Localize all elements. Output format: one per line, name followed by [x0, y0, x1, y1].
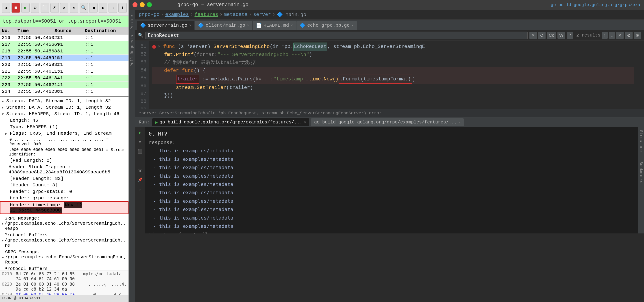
breadcrumb-features[interactable]: features	[194, 12, 218, 17]
detail-row[interactable]: Stream: DATA, Stream ID: 1, Length 32	[0, 104, 128, 111]
run-scroll-btn[interactable]: ⋮⋮	[136, 157, 144, 164]
detail-row[interactable]: [Pad Length: 0]	[0, 157, 128, 164]
run-stop-btn[interactable]: ⬛	[136, 148, 144, 155]
packet-row[interactable]: 219 22:55:50.445915 ::1 ::1	[0, 55, 128, 61]
grpc-msg-1-text: GRPC Message: /grpc.examples.echo.Echo/S…	[4, 216, 128, 231]
run-settings-btn[interactable]: ⚙	[136, 138, 144, 146]
search-input[interactable]	[148, 33, 525, 38]
packet-row[interactable]: 218 22:55:50.445683 ::1 ::1	[0, 48, 128, 55]
tab-readme[interactable]: 📄 README.md ✕	[253, 21, 296, 30]
tab-echo-pb[interactable]: 🔷 echo_grpc.pb.go ✕	[296, 21, 357, 30]
detail-row[interactable]: Stream: DATA, Stream ID: 1, Length 32	[0, 98, 128, 104]
packet-row[interactable]: 224 22:55:50.446238 ::1 ::1	[0, 88, 128, 95]
pull-requests-sidebar-label[interactable]: Pull Requests	[130, 32, 134, 69]
detail-row[interactable]: Stream: HEADERS, Stream ID: 1, Length 46	[0, 111, 128, 117]
tab-label-echo-pb: echo_grpc.pb.go	[307, 23, 350, 28]
run-tab-2[interactable]: go build google.golang.org/grpc/examples…	[311, 118, 464, 126]
ws-copy-btn[interactable]: ⎘	[50, 3, 59, 13]
run-jump-btn[interactable]: ↗	[136, 186, 144, 193]
tab-close-4[interactable]: ✕	[351, 23, 354, 27]
structure-label[interactable]: Structure	[639, 127, 643, 154]
breadcrumb-main-go[interactable]: 🔷 main.go	[277, 12, 306, 18]
run-pin-btn[interactable]: 📌	[136, 176, 144, 183]
detail-row[interactable]: [Header Length: 82]	[0, 175, 128, 182]
run-tab-1[interactable]: ▶ go build google.golang.org/grpc/exampl…	[152, 118, 309, 126]
ws-back-btn[interactable]: ◀	[2, 3, 10, 13]
ws-next-btn[interactable]: ▶	[99, 3, 107, 13]
search-replace-btn[interactable]: ↺	[538, 32, 546, 39]
detail-row[interactable]: 0... .... .... .... .... .... .... .... …	[0, 137, 128, 147]
ws-start-btn[interactable]: ▶	[21, 3, 30, 13]
ws-stop-btn[interactable]: ■	[12, 3, 20, 13]
ws-reload-btn[interactable]: ↻	[70, 3, 78, 13]
hex-dump: 0210 6d 70 6c 65 73 2f 6d 65 74 61 64 61…	[0, 270, 128, 295]
search-layout[interactable]: ⊞	[634, 32, 641, 39]
ws-settings-btn[interactable]: ⚙	[31, 3, 39, 13]
error-bar: *server.ServerStreamingEcho(in *pb.EchoR…	[135, 109, 644, 117]
search-options[interactable]: ⚙	[625, 32, 632, 39]
ide-tabs: 🔷 server/main.go ✕ 🔷 client/main.go ✕ 📄 …	[135, 20, 644, 30]
packet-row[interactable]: 225 22:55:51.451661 ::1 ::1	[0, 95, 128, 97]
detail-row[interactable]: Length: 46	[0, 117, 128, 124]
packet-row[interactable]: 217 22:55:50.445669 ::1 ::1	[0, 41, 128, 48]
tab-close-3[interactable]: ✕	[291, 23, 293, 27]
format-highlight: .Format(timestampFormat)	[338, 75, 412, 84]
run-tabs: Run: ▶ go build google.golang.org/grpc/e…	[135, 117, 644, 127]
ws-search-btn[interactable]: 🔍	[80, 3, 88, 13]
search-word-btn[interactable]: W	[558, 32, 565, 39]
hex-row-0: 0210 6d 70 6c 65 73 2f 6d 65 74 61 64 61…	[2, 271, 127, 281]
detail-row[interactable]: Header: grpc-message:	[0, 195, 128, 201]
tab-close-1[interactable]: ✕	[189, 23, 191, 27]
project-sidebar-label[interactable]: Project	[130, 10, 134, 32]
detail-row[interactable]: .000 0000 0000 0000 0000 0000 0000 0001 …	[0, 147, 128, 157]
search-close-panel[interactable]: ✕	[616, 32, 624, 39]
packet-row[interactable]: 220 22:55:50.445932 ::1 ::1	[0, 61, 128, 68]
run-tab-close-1[interactable]: ✕	[304, 120, 306, 124]
detail-row[interactable]: Header: timestamp: Nov 12 22:55:50.44586…	[0, 201, 128, 214]
breadcrumb-examples[interactable]: examples	[165, 12, 189, 17]
grpc-msg-2[interactable]: GRPC Message: /grpc.examples.echo.Echo/S…	[0, 249, 128, 266]
packet-row[interactable]: 216 22:55:50.445023 ::1 ::1	[0, 34, 128, 41]
run-play-btn[interactable]: ▶	[136, 129, 144, 136]
packet-row[interactable]: 222 22:55:50.446134 ::1 ::1	[0, 75, 128, 81]
breadcrumb-grpc-go[interactable]: grpc-go	[139, 12, 160, 17]
scrollbar[interactable]	[638, 41, 644, 109]
detail-row[interactable]: [Header Count: 3]	[0, 182, 128, 188]
breadcrumb-server[interactable]: server	[253, 12, 271, 17]
run-items: - this is examples/metadata- this is exa…	[149, 147, 634, 230]
search-input-container[interactable]	[145, 31, 528, 39]
run-tab-close-2[interactable]: ✕	[458, 120, 460, 124]
col-dst-header: Destination	[83, 28, 113, 33]
ws-capture-btn[interactable]: ⬜	[40, 3, 49, 13]
detail-row[interactable]: Type: HEADERS (1)	[0, 124, 128, 130]
tab-close-2[interactable]: ✕	[247, 23, 249, 27]
search-case-btn[interactable]: Cc	[547, 32, 556, 39]
ws-up-btn[interactable]: ⬆	[118, 3, 127, 13]
code-line-85: trailer := metadata.Pairs( kv...: "times…	[152, 75, 634, 84]
ws-jump-btn[interactable]: ⇥	[108, 3, 117, 13]
close-btn[interactable]	[132, 2, 138, 7]
breadcrumb-metadata[interactable]: metadata	[224, 12, 248, 17]
bookmarks-label[interactable]: Bookmarks	[639, 159, 643, 186]
grpc-msg-1[interactable]: GRPC Message: /grpc.examples.echo.Echo/S…	[0, 215, 128, 232]
ws-delete-btn[interactable]: ✕	[60, 3, 68, 13]
search-next-result[interactable]: ↓	[609, 32, 615, 39]
search-close-btn[interactable]: ✕	[530, 32, 537, 39]
packet-row[interactable]: 223 22:55:50.446214 ::1 ::1	[0, 81, 128, 88]
maximize-btn[interactable]	[147, 2, 152, 7]
search-regex-btn[interactable]: .*	[567, 32, 573, 39]
search-prev-result[interactable]: ↑	[602, 32, 608, 39]
packet-row[interactable]: 221 22:55:50.446113 ::1 ::1	[0, 68, 128, 75]
detail-row[interactable]: Flags: 0x05, End Headers, End Stream	[0, 130, 128, 137]
proto-buf-1[interactable]: Protocol Buffers: /grpc.examples.echo.Ec…	[0, 232, 128, 249]
proto-buf-2[interactable]: Protocol Buffers: /grpc.examples.echo.Ec…	[0, 266, 128, 270]
run-clear-btn[interactable]: 🗑	[136, 167, 144, 174]
minimize-btn[interactable]	[140, 2, 145, 7]
tab-client-main[interactable]: 🔷 client/main.go ✕	[195, 21, 252, 30]
run-title: 0. MTV	[149, 129, 634, 138]
detail-row[interactable]: Header: grpc-status: 0	[0, 188, 128, 195]
tab-icon-go-2: 🔷	[198, 23, 204, 28]
ws-prev-btn[interactable]: ◀	[89, 3, 98, 13]
detail-row[interactable]: Header Block Fragment: 40889acac8b21234d…	[0, 164, 128, 175]
tab-server-main[interactable]: 🔷 server/main.go ✕	[137, 21, 194, 30]
